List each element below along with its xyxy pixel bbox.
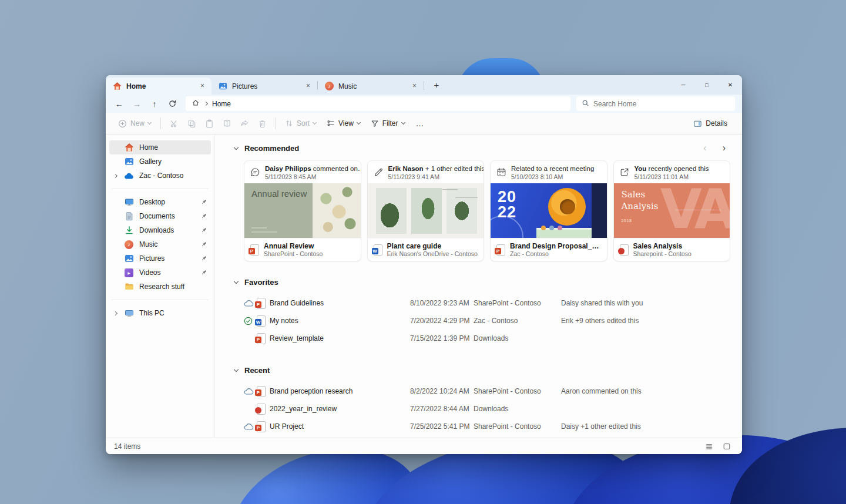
sidebar-item-pictures[interactable]: Pictures xyxy=(109,251,211,266)
file-location: Sharepoint - Contoso xyxy=(633,250,691,257)
recommended-card[interactable]: Related to a recent meeting 5/10/2023 8:… xyxy=(490,160,607,261)
rename-icon[interactable] xyxy=(218,115,236,132)
large-thumbnails-view-icon[interactable] xyxy=(720,440,734,453)
sidebar-divider xyxy=(112,300,209,300)
more-options-button[interactable]: … xyxy=(410,119,431,128)
sidebar-item-this-pc[interactable]: This PC xyxy=(109,306,211,320)
details-pane-button[interactable]: Details xyxy=(688,115,733,132)
file-date: 8/10/2022 9:23 AM xyxy=(410,299,474,307)
share-icon[interactable] xyxy=(236,115,253,132)
refresh-button[interactable] xyxy=(163,96,181,112)
sidebar-item-videos[interactable]: ▶ Videos xyxy=(109,266,211,280)
powerpoint-file-icon: P xyxy=(496,244,505,256)
paste-icon[interactable] xyxy=(200,115,218,132)
file-thumbnail: VA SalesAnalysis 2018 xyxy=(614,183,730,238)
new-button[interactable]: New xyxy=(113,115,156,132)
carousel-next-button[interactable]: › xyxy=(718,143,730,153)
comment-icon xyxy=(250,167,260,177)
expand-chevron-icon[interactable] xyxy=(112,312,119,315)
sidebar-item-gallery[interactable]: Gallery xyxy=(109,154,211,169)
back-button[interactable]: ← xyxy=(110,96,128,112)
home-view: Recommended ‹ › Daisy Philipps commen xyxy=(215,135,742,438)
close-tab-icon[interactable]: ✕ xyxy=(197,81,207,91)
sidebar-item-research-stuff[interactable]: Research stuff xyxy=(109,280,211,294)
file-row[interactable]: 2022_year_in_review 7/27/2022 8:44 AM Do… xyxy=(234,400,730,418)
file-date: 8/2/2022 10:24 AM xyxy=(410,387,474,395)
file-date: 7/27/2022 8:44 AM xyxy=(410,405,474,413)
sidebar-item-music[interactable]: ♪ Music xyxy=(109,237,211,251)
powerpoint-file-icon: P xyxy=(257,386,270,397)
powerpoint-file-icon: P xyxy=(250,244,259,256)
edit-pencil-icon xyxy=(374,167,384,177)
file-location: SharePoint - Contoso xyxy=(474,387,561,395)
tab-label: Pictures xyxy=(232,82,298,90)
maximize-button[interactable]: □ xyxy=(695,75,719,95)
search-input[interactable] xyxy=(593,100,730,108)
tab-label: Music xyxy=(338,82,405,90)
file-location: SharePoint - Contoso xyxy=(264,250,323,257)
close-tab-icon[interactable]: ✕ xyxy=(409,81,419,91)
details-view-icon[interactable] xyxy=(702,440,716,453)
tab-label: Home xyxy=(126,82,193,90)
sidebar-item-desktop[interactable]: Desktop xyxy=(109,195,211,209)
card-date: 5/11/2023 9:41 AM xyxy=(388,173,478,180)
file-date: 7/20/2022 4:29 PM xyxy=(410,317,474,325)
recommended-card[interactable]: Erik Nason + 1 other edited this 5/11/20… xyxy=(367,160,485,261)
card-date: 5/11/2023 8:45 AM xyxy=(265,173,355,180)
file-activity: Aaron commented on this xyxy=(561,387,642,395)
recommended-card[interactable]: Daisy Philipps commented on… 5/11/2023 8… xyxy=(244,160,361,261)
pin-icon xyxy=(200,213,207,220)
file-name: Brand Guidelines xyxy=(270,299,410,307)
file-name: Review_template xyxy=(270,334,410,342)
copy-icon[interactable] xyxy=(183,115,200,132)
sidebar-item-onedrive[interactable]: Zac - Contoso xyxy=(109,169,211,183)
file-location: Downloads xyxy=(474,334,561,342)
new-tab-button[interactable]: + xyxy=(429,78,444,93)
minimize-button[interactable]: ─ xyxy=(672,75,695,95)
file-row[interactable]: P Review_template 7/15/2022 1:39 PM Down… xyxy=(234,330,730,347)
delete-icon[interactable] xyxy=(253,115,271,132)
carousel-prev-button[interactable]: ‹ xyxy=(699,143,711,153)
collapse-chevron-icon[interactable] xyxy=(234,367,239,371)
file-row[interactable]: P Brand Guidelines 8/10/2022 9:23 AM Sha… xyxy=(234,294,730,312)
file-row[interactable]: P Brand perception research 8/2/2022 10:… xyxy=(234,382,730,400)
recent-section-header: Recent xyxy=(234,365,730,375)
sort-button[interactable]: Sort xyxy=(280,115,321,132)
expand-chevron-icon[interactable] xyxy=(112,174,119,177)
breadcrumb[interactable]: Home xyxy=(212,100,231,108)
collapse-chevron-icon[interactable] xyxy=(234,278,239,283)
file-name: Brand perception research xyxy=(270,387,410,395)
collapse-chevron-icon[interactable] xyxy=(234,145,239,149)
folder-icon xyxy=(124,282,134,291)
file-name: Sales Analysis xyxy=(633,242,691,250)
sidebar-item-documents[interactable]: Documents xyxy=(109,209,211,223)
this-pc-icon xyxy=(124,308,134,318)
favorites-section-header: Favorites xyxy=(234,277,730,287)
tab-pictures[interactable]: Pictures ✕ xyxy=(212,78,317,95)
file-location: Zac - Contoso xyxy=(474,317,561,325)
favorites-list: P Brand Guidelines 8/10/2022 9:23 AM Sha… xyxy=(234,294,730,347)
tab-home[interactable]: Home ✕ xyxy=(106,78,212,95)
file-location: Zac - Contoso xyxy=(510,250,601,257)
documents-icon xyxy=(124,211,134,221)
tab-music[interactable]: ♪ Music ✕ xyxy=(318,78,424,95)
card-activity: You recently opened this xyxy=(634,165,709,172)
file-thumbnail: Annual review xyxy=(244,183,361,238)
close-window-button[interactable]: ✕ xyxy=(719,75,742,95)
file-name: 2022_year_in_review xyxy=(270,405,410,413)
address-bar[interactable]: Home xyxy=(186,96,570,111)
sidebar-item-downloads[interactable]: Downloads xyxy=(109,223,211,237)
filter-button[interactable]: Filter xyxy=(365,115,410,132)
close-tab-icon[interactable]: ✕ xyxy=(303,81,313,91)
sidebar-item-home[interactable]: Home xyxy=(109,140,211,154)
forward-button[interactable]: → xyxy=(128,96,146,112)
file-row[interactable]: W My notes 7/20/2022 4:29 PM Zac - Conto… xyxy=(234,312,730,330)
pdf-file-icon xyxy=(620,244,629,256)
file-row[interactable]: P UR Project 7/25/2022 5:41 PM SharePoin… xyxy=(234,418,730,435)
up-button[interactable]: ↑ xyxy=(146,96,163,112)
recommended-card[interactable]: You recently opened this 5/11/2023 11:01… xyxy=(613,160,731,261)
view-button[interactable]: View xyxy=(321,115,365,132)
word-file-icon: W xyxy=(257,315,270,327)
cut-icon[interactable] xyxy=(165,115,183,132)
search-box[interactable] xyxy=(576,96,735,111)
